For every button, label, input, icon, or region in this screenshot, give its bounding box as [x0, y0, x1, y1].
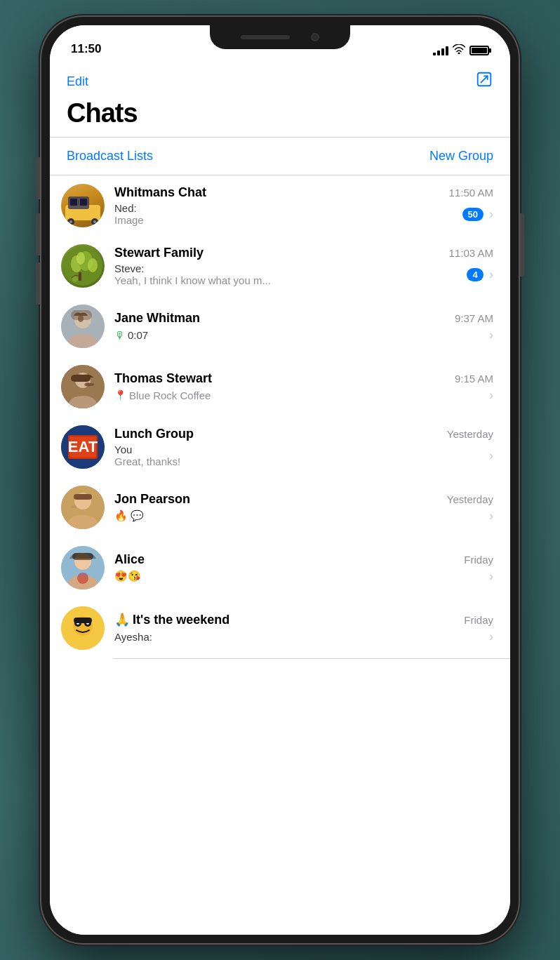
mic-icon-jane: 🎙 [114, 329, 125, 341]
chat-name-thomas: Thomas Stewart [114, 371, 212, 386]
svg-point-12 [88, 258, 98, 272]
wifi-icon [453, 44, 465, 56]
chat-name-jon: Jon Pearson [114, 492, 190, 507]
status-icons [433, 44, 489, 56]
chevron-ayesha: › [489, 629, 493, 644]
chat-info-jane: Jane Whitman 9:37 AM 🎙 0:07 › [114, 311, 493, 342]
chat-info-thomas: Thomas Stewart 9:15 AM 📍 Blue Rock Coffe… [114, 371, 493, 403]
chat-name-lunch: Lunch Group [114, 427, 194, 441]
right-side-thomas: › [484, 388, 493, 403]
chat-name-alice: Alice [114, 552, 145, 567]
chat-info-lunch: Lunch Group Yesterday You Great, thanks!… [114, 427, 493, 467]
avatar-lunch: EAT [61, 425, 105, 469]
chat-preview-jane: 🎙 0:07 [114, 329, 148, 341]
svg-point-8 [93, 220, 96, 223]
notch-camera [311, 33, 319, 41]
chat-time-whitmans: 11:50 AM [449, 187, 493, 199]
right-side-ayesha: › [484, 629, 493, 644]
svg-rect-45 [74, 618, 92, 623]
chevron-alice: › [489, 569, 493, 584]
avatar-thomas [61, 365, 105, 408]
compose-button[interactable] [475, 70, 493, 93]
avatar-jon [61, 486, 105, 529]
signal-bars-icon [433, 46, 448, 55]
avatar-stewart [61, 244, 105, 288]
chat-item-thomas[interactable]: Thomas Stewart 9:15 AM 📍 Blue Rock Coffe… [50, 356, 510, 417]
signal-bar-4 [446, 46, 448, 55]
svg-point-38 [77, 573, 88, 584]
chat-time-lunch: Yesterday [447, 428, 493, 440]
right-side-lunch: › [484, 448, 493, 463]
phone-frame: 11:50 [0, 0, 560, 960]
chat-preview-alice: 😍😘 [114, 570, 484, 582]
chat-time-ayesha: Friday [464, 614, 493, 626]
badge-stewart: 4 [467, 268, 484, 281]
chat-item-jane[interactable]: Jane Whitman 9:37 AM 🎙 0:07 › [50, 296, 510, 356]
chat-name-row-alice: Alice Friday [114, 552, 493, 567]
chat-preview-row-jon: 🔥 💬 › [114, 509, 493, 524]
chat-preview-whitmans: Ned: Image [114, 202, 144, 226]
chat-list: Whitmans Chat 11:50 AM Ned: Image 50 [50, 175, 510, 658]
chevron-lunch: › [489, 448, 493, 463]
right-side-jon: › [484, 509, 493, 524]
svg-rect-3 [70, 199, 77, 206]
chat-item-whitmans[interactable]: Whitmans Chat 11:50 AM Ned: Image 50 [50, 175, 510, 236]
chat-item-lunch[interactable]: EAT Lunch Group Yesterday You [50, 417, 510, 477]
chat-time-jon: Yesterday [447, 493, 493, 505]
chat-name-whitmans: Whitmans Chat [114, 185, 206, 200]
svg-rect-24 [86, 383, 94, 386]
app-content: Edit Chats Broadcast Lis [50, 60, 510, 935]
avatar-alice [61, 546, 105, 589]
svg-point-15 [72, 276, 78, 282]
chevron-thomas: › [489, 388, 493, 403]
chat-name-row-stewart: Stewart Family 11:03 AM [114, 246, 493, 260]
action-row: Broadcast Lists New Group [50, 138, 510, 175]
chat-preview-row-whitmans: Ned: Image 50 › [114, 202, 493, 226]
chat-name-row-thomas: Thomas Stewart 9:15 AM [114, 371, 493, 386]
chat-time-alice: Friday [464, 554, 493, 566]
edit-button[interactable]: Edit [67, 74, 88, 89]
avatar-ayesha [61, 606, 105, 650]
chat-info-ayesha: 🙏 It's the weekend Friday Ayesha: › [114, 612, 493, 644]
chevron-jon: › [489, 509, 493, 524]
chat-preview-row-lunch: You Great, thanks! › [114, 444, 493, 467]
avatar-jane [61, 305, 105, 348]
chat-item-jon[interactable]: Jon Pearson Yesterday 🔥 💬 › [50, 477, 510, 538]
signal-bar-1 [433, 53, 436, 55]
right-side-jane: › [484, 328, 493, 342]
screen: 11:50 [50, 25, 510, 935]
phone-body: 11:50 [41, 17, 519, 943]
right-side-alice: › [484, 569, 493, 584]
chat-preview-stewart: Steve: Yeah, I think I know what you m..… [114, 262, 271, 286]
chat-preview-row-ayesha: Ayesha: › [114, 629, 493, 644]
chat-name-jane: Jane Whitman [114, 311, 200, 326]
svg-point-13 [76, 252, 85, 265]
chat-name-row-jon: Jon Pearson Yesterday [114, 492, 493, 507]
chat-info-jon: Jon Pearson Yesterday 🔥 💬 › [114, 492, 493, 524]
status-time: 11:50 [71, 42, 101, 56]
new-group-button[interactable]: New Group [429, 149, 493, 164]
notch [210, 25, 350, 49]
chat-name-row-lunch: Lunch Group Yesterday [114, 427, 493, 441]
chat-name-row-jane: Jane Whitman 9:37 AM [114, 311, 493, 326]
chat-preview-row-alice: 😍😘 › [114, 569, 493, 584]
notch-speaker [241, 35, 290, 39]
chat-info-stewart: Stewart Family 11:03 AM Steve: Yeah, I t… [114, 246, 493, 286]
chat-name-row-whitmans: Whitmans Chat 11:50 AM [114, 185, 493, 200]
chat-name-ayesha: It's the weekend [133, 613, 229, 627]
chat-item-ayesha[interactable]: 🙏 It's the weekend Friday Ayesha: › [50, 598, 510, 658]
badge-whitmans: 50 [462, 208, 484, 221]
broadcast-lists-button[interactable]: Broadcast Lists [67, 149, 153, 164]
right-side-whitmans: 50 › [457, 207, 493, 222]
chevron-jane: › [489, 328, 493, 342]
chat-item-alice[interactable]: Alice Friday 😍😘 › [50, 538, 510, 598]
battery-icon [469, 46, 489, 55]
chat-item-stewart[interactable]: Stewart Family 11:03 AM Steve: Yeah, I t… [50, 236, 510, 296]
chat-preview-lunch: You Great, thanks! [114, 444, 180, 467]
svg-text:EAT: EAT [68, 438, 98, 455]
chat-preview-row-jane: 🎙 0:07 › [114, 328, 493, 342]
chat-preview-jon: 🔥 💬 [114, 509, 484, 522]
page-title: Chats [67, 95, 493, 137]
svg-rect-4 [80, 199, 87, 206]
svg-rect-19 [71, 310, 92, 320]
